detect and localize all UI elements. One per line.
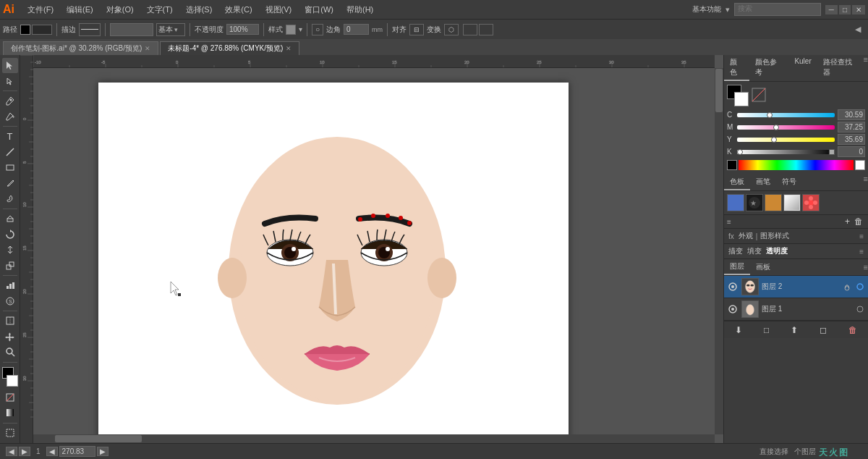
chart-tool[interactable] [2, 278, 18, 293]
bg-swatch[interactable] [734, 92, 749, 106]
zoom-input[interactable] [59, 446, 95, 457]
c-slider[interactable] [737, 113, 835, 117]
move-tool[interactable] [2, 329, 18, 344]
pen-tool[interactable] [2, 93, 18, 109]
line-tool[interactable] [2, 145, 18, 160]
tab-0[interactable]: 创作笔划-图标.ai* @ 30.28% (RGB/预览) ✕ [3, 41, 158, 55]
transform-btn[interactable]: ⬡ [444, 24, 459, 35]
rect-tool[interactable] [2, 160, 18, 175]
menu-view[interactable]: 视图(V) [260, 3, 298, 17]
layer-move-below-btn[interactable]: ⬇ [732, 324, 745, 337]
delete-swatch-btn[interactable]: 🗑 [852, 216, 865, 227]
horizontal-scrollbar[interactable] [33, 434, 715, 443]
vertical-scroll-thumb[interactable] [715, 69, 723, 112]
color-tab-reference[interactable]: 颜色参考 [749, 55, 788, 81]
base-dropdown[interactable]: 基本▾ [156, 23, 185, 36]
paintbrush-tool[interactable] [2, 191, 18, 206]
appearance-tab-appearance[interactable]: 外观 [739, 231, 753, 241]
pencil-tool[interactable] [2, 176, 18, 191]
vertical-scrollbar[interactable] [715, 68, 723, 434]
y-value-input[interactable]: 35.69 [838, 134, 865, 145]
opacity-input[interactable] [226, 24, 259, 35]
appearance-panel-menu[interactable]: ≡ [859, 232, 864, 240]
swatch-gradient[interactable] [783, 194, 801, 211]
add-swatch-btn[interactable]: + [843, 216, 852, 227]
tab-1[interactable]: 未标题-4* @ 276.88% (CMYK/预览) ✕ [160, 41, 299, 55]
menu-text[interactable]: 文字(T) [141, 3, 179, 17]
swatch-black[interactable]: ★ [746, 194, 763, 211]
menu-file[interactable]: 文件(F) [22, 3, 59, 17]
menu-edit[interactable]: 编辑(E) [61, 3, 99, 17]
type-tool[interactable]: T [2, 129, 18, 144]
stroke-color-box[interactable] [32, 25, 52, 35]
swatch-menu-icon[interactable]: ≡ [727, 218, 731, 226]
toolbar-collapse-btn[interactable]: ◀ [855, 25, 865, 34]
layers-tab-layers[interactable]: 图层 [724, 259, 750, 275]
canvas-area[interactable]: 0 5 10 15 20 25 30 -10 -5 [20, 55, 723, 443]
circle-btn[interactable]: ○ [312, 24, 323, 35]
layer-release-clip-btn[interactable]: ⬆ [788, 324, 801, 337]
layers-tab-artboards[interactable]: 画板 [750, 260, 776, 274]
rotate-tool[interactable] [2, 227, 18, 242]
m-slider[interactable] [737, 125, 835, 130]
scale-tool[interactable] [2, 258, 18, 273]
direct-selection-tool[interactable] [2, 74, 18, 89]
zoom-out-btn[interactable]: ◀ [46, 447, 58, 456]
white-swatch-small[interactable] [855, 160, 865, 170]
zoom-tool[interactable] [2, 345, 18, 360]
swatch-red-flower[interactable] [802, 194, 820, 211]
layer-row-1[interactable]: 图层 1 [724, 298, 868, 321]
search-input[interactable] [735, 4, 820, 13]
menu-select[interactable]: 选择(S) [180, 3, 218, 17]
c-thumb[interactable] [767, 112, 773, 118]
layer-2-visibility[interactable] [727, 281, 739, 292]
tab-0-close[interactable]: ✕ [145, 45, 150, 52]
color-panel-menu[interactable]: ≡ [864, 55, 868, 81]
menu-effect[interactable]: 效果(C) [219, 3, 258, 17]
y-slider[interactable] [737, 138, 835, 142]
k-slider[interactable] [737, 150, 835, 154]
gradient-btn[interactable] [2, 405, 18, 421]
black-swatch-small[interactable] [727, 160, 737, 170]
layer-2-target[interactable] [855, 282, 865, 291]
extra-btn-2[interactable] [479, 24, 493, 35]
canvas-viewport[interactable] [33, 68, 715, 434]
swatches-tab-symbol[interactable]: 符号 [776, 174, 802, 190]
selection-tool[interactable] [2, 58, 18, 73]
color-spectrum[interactable] [739, 160, 854, 170]
menu-window[interactable]: 窗口(W) [299, 3, 339, 17]
search-input-container[interactable] [734, 3, 821, 16]
symbol-tool[interactable]: S [2, 293, 18, 308]
eraser-tool[interactable] [2, 211, 18, 227]
artboard[interactable] [98, 83, 569, 434]
style-dropdown-icon[interactable]: ▾ [299, 25, 302, 33]
corner-input[interactable] [344, 24, 369, 35]
next-page-btn[interactable]: ▶ [19, 447, 30, 456]
k-thumb[interactable] [737, 149, 743, 155]
none-fill[interactable] [2, 390, 18, 405]
swatches-tab-swatches[interactable]: 色板 [724, 174, 750, 190]
zoom-in-btn[interactable]: ▶ [97, 447, 109, 456]
workspace-dropdown-icon[interactable]: ▾ [726, 5, 730, 14]
tab-1-close[interactable]: ✕ [286, 45, 292, 52]
layer-2-lock[interactable] [842, 282, 852, 291]
layer-collect-btn[interactable]: ◻ [817, 324, 830, 337]
layer-create-layer-btn[interactable]: □ [761, 324, 772, 337]
minimize-btn[interactable]: ─ [825, 5, 838, 14]
maximize-btn[interactable]: □ [839, 5, 851, 14]
mirror-tool[interactable] [2, 243, 18, 258]
fill-color-box[interactable] [20, 25, 30, 35]
transparency-menu[interactable]: ≡ [859, 248, 864, 256]
close-btn[interactable]: ✕ [852, 5, 865, 14]
menu-object[interactable]: 对象(O) [101, 3, 140, 17]
c-value-input[interactable]: 30.59 [838, 109, 865, 120]
menu-help[interactable]: 帮助(H) [341, 3, 379, 17]
color-tab-pathfinder[interactable]: 路径查找器 [817, 55, 864, 81]
color-fg-bg-selector[interactable] [727, 85, 749, 106]
layer-1-visibility[interactable] [727, 303, 739, 315]
add-anchor-tool[interactable]: + [2, 109, 18, 125]
style-swatch[interactable] [286, 25, 296, 35]
extra-btn-1[interactable] [463, 24, 477, 35]
horizontal-scroll-thumb[interactable] [55, 435, 142, 442]
color-tab-kuler[interactable]: Kuler [788, 55, 817, 81]
